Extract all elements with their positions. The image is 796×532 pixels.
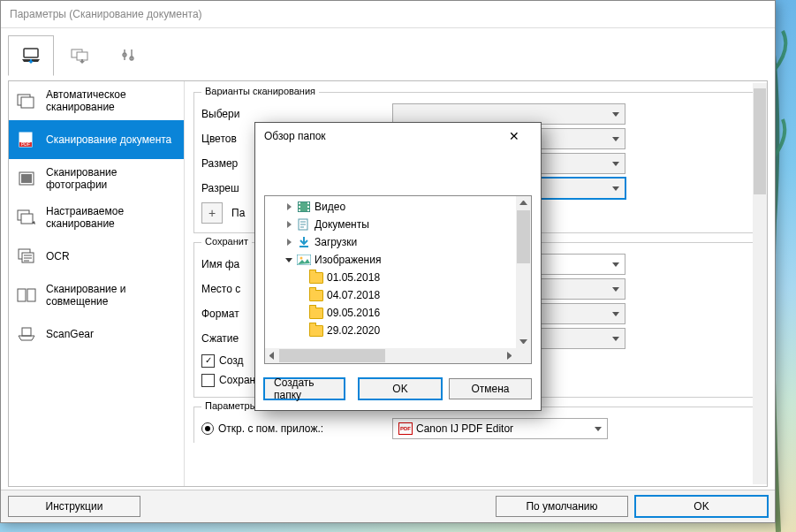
svg-rect-16 [27,289,35,301]
close-button[interactable]: ✕ [497,125,532,147]
svg-rect-2 [77,52,87,60]
tab-scan-computer[interactable] [8,35,54,76]
tab-scan-cloud[interactable] [57,35,102,76]
documents-icon [297,218,311,231]
tree-label: 09.05.2016 [327,307,380,319]
scangear-icon [14,323,39,345]
tree-node-folder[interactable]: 04.07.2018 [265,286,516,304]
svg-rect-26 [299,246,308,247]
photo-scan-icon [14,168,39,189]
sidebar-item-label: Сканирование документа [46,133,178,146]
sidebar: Автоматическое сканирование PDF Сканиров… [9,81,185,486]
sidebar-item-label: Автоматическое сканирование [46,88,178,114]
svg-rect-22 [307,202,309,204]
window-title: Параметры (Сканирование документа) [1,1,775,28]
svg-rect-23 [307,206,309,208]
tree-vertical-scrollbar[interactable] [516,196,531,348]
dialog-titlebar: Обзор папок ✕ [255,123,541,149]
ok-button[interactable]: OK [635,496,768,517]
tree-label: 29.02.2020 [327,324,380,337]
tree-node-images[interactable]: Изображения [265,251,516,269]
top-tabbar [1,28,775,81]
stitch-icon [14,285,39,306]
browse-folder-dialog: Обзор папок ✕ Видео Документы Загрузки И… [254,122,542,411]
tree-node-documents[interactable]: Документы [265,216,516,233]
folder-icon [309,307,323,319]
app-combo[interactable]: PDFCanon IJ PDF Editor [392,418,608,439]
dialog-title: Обзор папок [264,130,326,142]
tree-node-downloads[interactable]: Загрузки [265,233,516,251]
doc-scan-icon: PDF [14,129,39,150]
tree-horizontal-scrollbar[interactable] [265,348,516,363]
tab-settings[interactable] [105,35,151,76]
checkbox-label: Созд [219,354,243,367]
sidebar-item-scangear[interactable]: ScanGear [9,315,184,353]
auto-scan-icon [14,90,39,111]
sidebar-item-stitch[interactable]: Сканирование и совмещение [9,276,184,315]
expand-button[interactable]: + [201,202,223,224]
images-icon [297,254,311,266]
app-name: Canon IJ PDF Editor [416,422,513,435]
tree-label: 01.05.2018 [327,271,380,284]
group-title: Сохранит [201,236,252,247]
open-with-radio[interactable]: Откр. с пом. прилож.: [201,422,387,435]
folder-tree[interactable]: Видео Документы Загрузки Изображения 01.… [264,195,532,364]
dialog-cancel-button[interactable]: Отмена [449,378,532,399]
sidebar-item-label: Сканирование фотографии [46,166,178,192]
row-label: Выбери [201,108,387,120]
tree-label: Изображения [315,254,381,266]
tree-label: Загрузки [315,236,357,248]
svg-rect-21 [299,209,300,211]
ocr-icon [14,246,39,267]
pdf-icon: PDF [398,422,413,435]
tree-node-folder[interactable]: 01.05.2018 [265,269,516,286]
tree-label: Видео [315,201,345,213]
sidebar-item-custom-scan[interactable]: Настраиваемое сканирование [9,198,184,237]
svg-rect-10 [21,174,32,183]
folder-icon [309,324,323,337]
instructions-button[interactable]: Инструкции [8,496,140,517]
svg-rect-20 [299,206,300,208]
defaults-button[interactable]: По умолчанию [496,496,628,517]
row-label: Па [231,207,245,219]
sidebar-item-auto-scan[interactable]: Автоматическое сканирование [9,81,184,120]
dialog-ok-button[interactable]: OK [359,378,442,399]
footer: Инструкции По умолчанию OK [1,490,775,522]
tree-node-folder[interactable]: 29.02.2020 [265,322,516,339]
folder-icon [309,271,323,284]
svg-rect-17 [22,328,31,336]
sidebar-item-label: OCR [46,250,178,262]
svg-text:PDF: PDF [21,141,30,147]
group-title: Варианты сканирования [201,86,319,96]
sidebar-item-label: Сканирование и совмещение [46,283,178,308]
svg-rect-4 [21,97,34,108]
custom-scan-icon [14,207,39,228]
video-icon [297,201,311,213]
tree-node-folder[interactable]: 09.05.2016 [265,304,516,322]
tree-label: 04.07.2018 [327,289,380,301]
sidebar-item-doc-scan[interactable]: PDF Сканирование документа [9,120,184,159]
sidebar-item-photo-scan[interactable]: Сканирование фотографии [9,159,184,198]
sidebar-item-ocr[interactable]: OCR [9,237,184,276]
svg-rect-12 [21,214,33,224]
radio-label: Откр. с пом. прилож.: [218,422,323,435]
content-scrollbar[interactable] [753,83,767,484]
svg-rect-15 [18,289,26,301]
downloads-icon [297,236,311,248]
app-options-group: Параметры приложения Откр. с пом. прилож… [193,407,758,443]
svg-rect-24 [307,209,309,211]
tree-label: Документы [315,218,369,231]
svg-rect-0 [24,49,38,57]
svg-rect-19 [299,202,300,204]
folder-icon [309,289,323,301]
tree-node-video[interactable]: Видео [265,198,516,216]
sidebar-item-label: Настраиваемое сканирование [46,205,178,231]
sidebar-item-label: ScanGear [46,328,178,340]
new-folder-button[interactable]: Создать папку [264,378,345,399]
svg-point-28 [300,257,303,260]
